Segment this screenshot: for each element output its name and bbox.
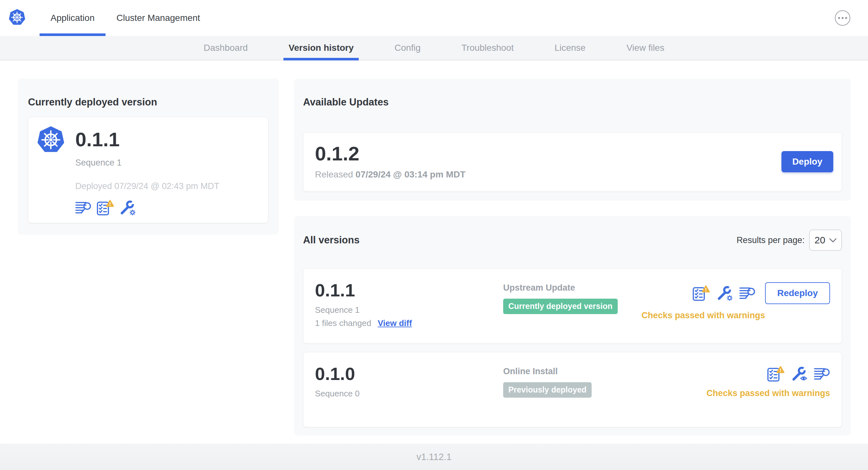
- files-changed-label: 1 files changed: [315, 318, 371, 328]
- all-versions-title: All versions: [303, 234, 360, 246]
- view-logs-icon[interactable]: [739, 287, 755, 300]
- subnav-tab-label: Troubleshoot: [461, 43, 514, 53]
- results-per-page-label: Results per page:: [736, 235, 805, 245]
- view-logs-icon[interactable]: [75, 201, 91, 214]
- version-row-source: Upstream Update Currently deployed versi…: [503, 281, 642, 314]
- dropdown-chevron-icon: [829, 238, 836, 242]
- subnav-tab-label: Config: [395, 43, 421, 53]
- currently-deployed-card: Currently deployed version 0.1.1 Sequenc…: [18, 78, 279, 235]
- preflight-checks-warning-icon[interactable]: [96, 200, 114, 216]
- left-column: Currently deployed version 0.1.1 Sequenc…: [18, 78, 279, 235]
- all-versions-header: All versions Results per page: 20: [303, 226, 842, 254]
- version-row-info: 0.1.0 Sequence 0: [315, 365, 503, 399]
- top-nav-tabs: Application Cluster Management: [39, 0, 211, 36]
- preflight-status-text: Checks passed with warnings: [707, 388, 830, 398]
- version-row-actions: Checks passed with warnings: [707, 365, 830, 398]
- redeploy-button[interactable]: Redeploy: [765, 282, 830, 304]
- subnav-tab-view-files[interactable]: View files: [621, 36, 670, 60]
- available-updates-card: Available Updates 0.1.2 Released 07/29/2…: [294, 78, 851, 201]
- currently-deployed-title: Currently deployed version: [28, 96, 268, 108]
- subnav-tab-config[interactable]: Config: [389, 36, 426, 60]
- tab-application[interactable]: Application: [39, 0, 105, 36]
- released-prefix: Released: [315, 169, 353, 179]
- results-per-page-select[interactable]: 20: [809, 230, 842, 251]
- update-version-number: 0.1.2: [315, 144, 466, 164]
- current-deployed-timestamp: Deployed 07/29/24 @ 02:43 pm MDT: [75, 181, 219, 191]
- current-version-number: 0.1.1: [75, 130, 219, 149]
- released-date: 07/29/24 @ 03:14 pm MDT: [355, 169, 466, 179]
- edit-config-icon[interactable]: [119, 200, 136, 216]
- version-row-actions: Redeploy Checks passed with warnings: [642, 281, 830, 321]
- version-row-info: 0.1.1 Sequence 1 1 files changed View di…: [315, 281, 503, 328]
- subnav-tab-version-history[interactable]: Version history: [283, 36, 359, 60]
- update-info: 0.1.2 Released 07/29/24 @ 03:14 pm MDT: [315, 144, 466, 180]
- tab-cluster-management-label: Cluster Management: [117, 13, 200, 23]
- results-per-page: Results per page: 20: [736, 230, 842, 251]
- row-version-number: 0.1.1: [315, 281, 503, 300]
- status-badge: Currently deployed version: [503, 299, 618, 314]
- row-source-label: Upstream Update: [503, 283, 642, 293]
- admin-console-page: Application Cluster Management Dashboard…: [0, 0, 868, 470]
- console-footer: v1.112.1: [0, 444, 868, 470]
- view-logs-icon[interactable]: [814, 367, 830, 381]
- view-config-icon[interactable]: [791, 366, 808, 382]
- current-version-info: 0.1.1 Sequence 1 Deployed 07/29/24 @ 02:…: [75, 125, 219, 216]
- update-released-timestamp: Released 07/29/24 @ 03:14 pm MDT: [315, 169, 466, 180]
- version-row: 0.1.0 Sequence 0 Online Install Previous…: [303, 352, 842, 427]
- status-badge: Previously deployed: [503, 382, 592, 398]
- app-subnav: Dashboard Version history Config Trouble…: [0, 36, 868, 61]
- top-navbar: Application Cluster Management: [0, 0, 868, 36]
- subnav-tab-troubleshoot[interactable]: Troubleshoot: [456, 36, 519, 60]
- console-version: v1.112.1: [416, 452, 452, 462]
- version-row-source: Online Install Previously deployed: [503, 365, 707, 398]
- current-version-actions: [75, 200, 219, 216]
- kubernetes-app-icon: [36, 125, 66, 155]
- row-files-changed: 1 files changed View diff: [315, 318, 503, 328]
- edit-config-icon[interactable]: [716, 285, 733, 301]
- results-per-page-value: 20: [815, 235, 825, 246]
- preflight-checks-warning-icon[interactable]: [767, 366, 784, 382]
- row-sequence: Sequence 0: [315, 389, 503, 399]
- row-version-number: 0.1.0: [315, 365, 503, 383]
- row-action-icons: [767, 366, 830, 382]
- kubernetes-logo: [8, 8, 26, 26]
- subnav-tab-dashboard[interactable]: Dashboard: [198, 36, 253, 60]
- current-sequence: Sequence 1: [75, 158, 219, 168]
- ellipsis-menu-icon[interactable]: [835, 10, 850, 26]
- currently-deployed-version-card: 0.1.1 Sequence 1 Deployed 07/29/24 @ 02:…: [28, 117, 268, 223]
- row-action-icons: Redeploy: [692, 282, 830, 304]
- version-row: 0.1.1 Sequence 1 1 files changed View di…: [303, 268, 842, 344]
- all-versions-card: All versions Results per page: 20: [294, 216, 851, 436]
- deploy-button[interactable]: Deploy: [781, 151, 833, 172]
- view-diff-link[interactable]: View diff: [378, 318, 412, 328]
- row-sequence: Sequence 1: [315, 305, 503, 315]
- subnav-tab-label: License: [555, 43, 586, 53]
- main-content: Currently deployed version 0.1.1 Sequenc…: [0, 61, 868, 436]
- available-update-row: 0.1.2 Released 07/29/24 @ 03:14 pm MDT D…: [303, 132, 842, 192]
- subnav-tab-label: Version history: [288, 43, 353, 53]
- subnav-tab-label: Dashboard: [204, 43, 248, 53]
- right-column: Available Updates 0.1.2 Released 07/29/2…: [294, 78, 851, 436]
- subnav-tab-label: View files: [626, 43, 664, 53]
- available-updates-title: Available Updates: [303, 96, 842, 108]
- preflight-status-text: Checks passed with warnings: [642, 310, 765, 321]
- tab-cluster-management[interactable]: Cluster Management: [105, 0, 211, 36]
- preflight-checks-warning-icon[interactable]: [692, 285, 710, 301]
- subnav-tab-license[interactable]: License: [550, 36, 591, 60]
- tab-application-label: Application: [51, 13, 95, 23]
- row-source-label: Online Install: [503, 367, 707, 376]
